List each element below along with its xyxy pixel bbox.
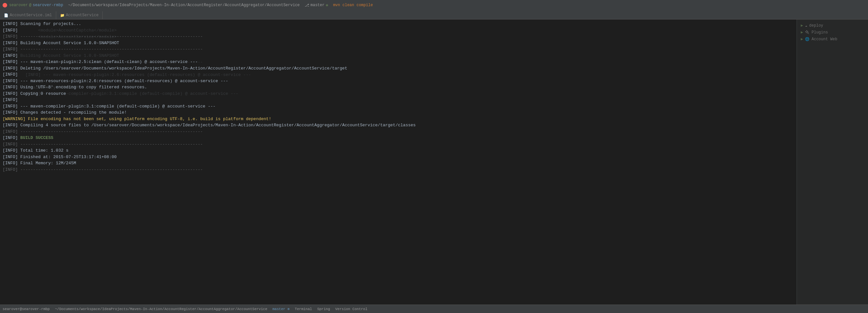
username: searover: [9, 3, 28, 7]
sidebar-item-plugins[interactable]: ▶ 🔌 Plugins: [800, 29, 865, 36]
bottom-bar: searover@searover-rmbp ~/Documents/works…: [0, 305, 868, 313]
ghost-line: <module>AccountCaptcha</module>: [3, 27, 794, 34]
ghost-line: <module>AccountService</module>: [3, 34, 794, 40]
path-separator: ~/Documents/workspace/IdeaProjects/Maven…: [68, 3, 300, 7]
sidebar-item-deploy[interactable]: ▶ ☁ deploy: [800, 22, 865, 29]
terminal-window: searover@searover-rmbp ~/Documents/works…: [0, 0, 868, 313]
account-web-arrow: ▶: [801, 37, 803, 41]
bottom-tab-version-control[interactable]: Version Control: [335, 307, 367, 311]
bottom-branch: master ⊕: [273, 307, 290, 311]
sidebar: ▶ ☁ deploy ▶ 🔌 Plugins ▶ 🌐 Account Web: [797, 20, 868, 305]
close-button[interactable]: [3, 3, 7, 7]
ghost-line: [INFO]: [3, 65, 794, 72]
ghost-line: [INFO] Building Account Service 1.0.0-SN…: [3, 53, 794, 59]
terminal-output[interactable]: <module>AccountCaptcha</module> <module>…: [0, 20, 797, 305]
command-text: mvn clean compile: [333, 3, 373, 7]
bottom-tab-spring[interactable]: Spring: [317, 307, 330, 311]
hostname: searover-rmbp: [33, 3, 63, 7]
tab-label-service: AccountService: [66, 13, 99, 18]
ghost-line: [INFO] --- maven-compiler-plugin:3.1:com…: [3, 91, 794, 97]
plugins-arrow: ▶: [801, 30, 803, 35]
title-path: searover@searover-rmbp ~/Documents/works…: [9, 3, 373, 8]
branch-name: master: [311, 3, 324, 7]
ghost-line: [INFO] --- maven-resources-plugin:2.6:re…: [3, 72, 794, 78]
ghost-line: [3, 40, 794, 46]
bottom-terminal-label: Terminal: [295, 307, 312, 311]
bottom-tab-terminal[interactable]: Terminal: [295, 307, 312, 311]
tab-account-service-iml[interactable]: 📄 AccountService.iml: [0, 11, 56, 19]
bottom-path: ~/Documents/workspace/IdeaProjects/Maven…: [55, 307, 267, 311]
file-icon: 📄: [4, 13, 8, 18]
main-content: <module>AccountCaptcha</module> <module>…: [0, 20, 868, 305]
account-web-label: Account Web: [811, 37, 837, 41]
tab-account-service[interactable]: 📁 AccountService: [56, 11, 103, 19]
at-symbol: @: [29, 3, 32, 7]
module-icon: 📁: [60, 13, 65, 18]
deploy-icon: ☁: [805, 23, 807, 28]
deploy-arrow: ▶: [801, 23, 803, 28]
account-web-icon: 🌐: [805, 37, 809, 41]
ghost-overlay: <module>AccountCaptcha</module> <module>…: [0, 20, 797, 305]
bottom-branch-label: master ⊕: [273, 307, 290, 311]
branch-icon: ⎇: [305, 3, 309, 8]
bottom-user: searover@searover-rmbp: [3, 307, 50, 311]
bottom-spring-label: Spring: [317, 307, 330, 311]
title-bar-left: searover@searover-rmbp ~/Documents/works…: [3, 3, 865, 8]
deploy-label: deploy: [809, 23, 823, 28]
plugins-label: Plugins: [811, 30, 828, 35]
plus-icon: ⊕: [326, 3, 328, 8]
tab-label-iml: AccountService.iml: [10, 13, 52, 18]
bottom-vc-label: Version Control: [335, 307, 367, 311]
bottom-path-label: ~/Documents/workspace/IdeaProjects/Maven…: [55, 307, 267, 311]
sidebar-item-account-web[interactable]: ▶ 🌐 Account Web: [800, 36, 865, 42]
ghost-line: [INFO]: [3, 46, 794, 53]
ghost-line: [INFO] ---------------------------------…: [3, 59, 794, 66]
plugins-icon: 🔌: [805, 30, 809, 34]
title-bar: searover@searover-rmbp ~/Documents/works…: [0, 0, 868, 10]
ghost-line: [3, 78, 794, 85]
terminal-tabs: 📄 AccountService.iml 📁 AccountService: [0, 10, 868, 20]
ghost-line: Final Memory: 9M/310M: [3, 85, 794, 91]
bottom-user-label: searover@searover-rmbp: [3, 307, 50, 311]
